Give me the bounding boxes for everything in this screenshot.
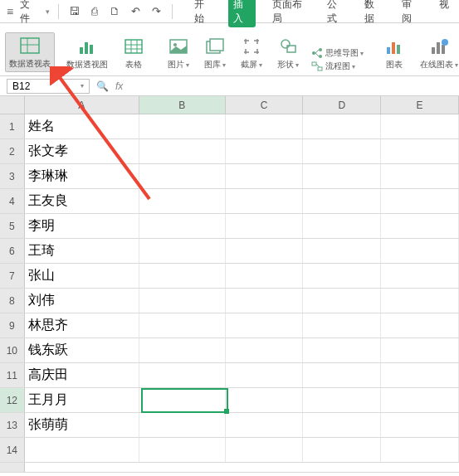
cell[interactable] [381,139,459,163]
cell[interactable] [139,289,226,313]
chart-button[interactable]: 图表 [380,34,408,72]
cell[interactable] [303,239,381,263]
cell[interactable] [381,313,459,338]
cell[interactable] [226,388,304,412]
cell[interactable]: 王友良 [25,189,139,213]
col-header-A[interactable]: A [25,96,139,114]
col-header-E[interactable]: E [381,96,459,114]
name-box[interactable]: B12 ▾ [7,79,90,94]
cell[interactable]: 张山 [25,264,139,288]
cell[interactable] [381,413,459,437]
cell[interactable] [139,313,226,338]
cell[interactable] [226,289,304,313]
table-button[interactable]: 表格 [120,34,148,72]
cell[interactable] [303,114,381,138]
cell[interactable] [139,239,226,263]
cell[interactable] [139,264,226,288]
tab-review[interactable]: 审阅 [398,0,422,27]
row-header[interactable]: 11 [0,363,25,387]
cell[interactable] [226,313,304,338]
cell[interactable]: 张文孝 [25,139,139,163]
cell[interactable] [303,214,381,238]
cell[interactable] [226,438,304,462]
flowchart-button[interactable]: 流程图▾ [310,61,364,72]
cell[interactable] [139,413,226,437]
cell[interactable] [381,114,459,138]
col-header-C[interactable]: C [226,96,304,114]
print-icon[interactable]: ⎙ [87,5,101,17]
cell[interactable] [139,363,226,387]
cell[interactable] [381,239,459,263]
cell[interactable] [226,363,304,387]
redo-icon[interactable]: ↷ [149,5,164,17]
row-header[interactable]: 3 [0,164,25,188]
row-header[interactable]: 4 [0,189,25,213]
file-menu[interactable]: 文件 [20,0,39,26]
cell[interactable]: 钱东跃 [25,338,139,362]
cell[interactable] [381,264,459,288]
cell[interactable] [139,139,226,163]
cell[interactable] [226,413,304,437]
cell[interactable] [303,189,381,213]
pivot-chart-button[interactable]: 数据透视图 [63,34,111,72]
col-header-D[interactable]: D [303,96,381,114]
cell[interactable] [139,164,226,188]
gallery-button[interactable]: 图库▾ [201,34,229,72]
cell[interactable]: 高庆田 [25,363,139,387]
row-header[interactable]: 12 [0,388,25,412]
tab-data[interactable]: 数据 [361,0,385,27]
save-icon[interactable]: 🖫 [67,5,81,17]
mindmap-button[interactable]: 思维导图▾ [310,47,364,59]
tab-formula[interactable]: 公式 [324,0,348,27]
undo-icon[interactable]: ↶ [129,5,143,17]
cell[interactable] [381,363,459,387]
cell[interactable] [303,139,381,163]
pivot-table-button[interactable]: 数据透视表 [5,32,55,72]
preview-icon[interactable]: 🗋 [108,5,122,17]
row-header[interactable]: 1 [0,114,25,138]
cell[interactable] [381,189,459,213]
cell[interactable]: 王琦 [25,239,139,263]
cell[interactable]: 刘伟 [25,289,139,313]
shapes-button[interactable]: 形状▾ [274,34,302,72]
row-header[interactable]: 6 [0,239,25,263]
row-header[interactable]: 2 [0,139,25,163]
cell[interactable]: 林思齐 [25,313,139,338]
cell[interactable]: 王月月 [25,388,139,412]
cell[interactable] [303,289,381,313]
tab-view[interactable]: 视 [436,0,452,27]
cell[interactable] [303,313,381,338]
select-all-corner[interactable] [0,96,25,114]
cell[interactable] [226,214,304,238]
cell[interactable] [139,388,226,412]
cell[interactable] [381,338,459,362]
row-header[interactable]: 13 [0,413,25,437]
cell[interactable] [226,239,304,263]
tab-start[interactable]: 开始 [191,0,215,27]
cell[interactable] [303,413,381,437]
col-header-B[interactable]: B [139,96,226,114]
cell[interactable] [303,338,381,362]
cell[interactable] [139,114,226,138]
tab-page-layout[interactable]: 页面布局 [269,0,310,27]
cell[interactable] [381,388,459,412]
cell[interactable] [139,438,226,462]
cell[interactable] [139,338,226,362]
screenshot-button[interactable]: 截屏▾ [237,34,266,72]
cell[interactable] [381,438,459,462]
cell[interactable] [381,214,459,238]
cell[interactable] [139,214,226,238]
cell[interactable] [381,289,459,313]
cell[interactable]: 姓名 [25,114,139,138]
cell[interactable] [226,164,304,188]
cell[interactable] [303,363,381,387]
row-header[interactable]: 14 [0,438,25,462]
cell[interactable] [25,438,139,462]
cell[interactable] [139,189,226,213]
cell[interactable]: 李琳琳 [25,164,139,188]
row-header[interactable]: 7 [0,264,25,288]
tab-insert[interactable]: 插入 [228,0,256,27]
cell[interactable] [381,164,459,188]
row-header[interactable]: 5 [0,214,25,238]
cell[interactable] [303,388,381,412]
